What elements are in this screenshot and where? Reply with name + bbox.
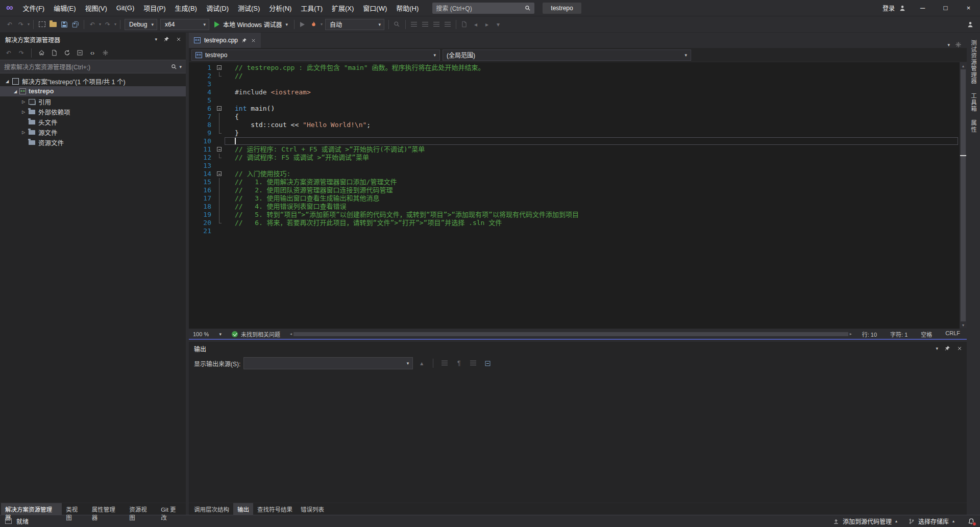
menu-item[interactable]: 窗口(W): [358, 0, 391, 16]
navigate-dropdown-icon[interactable]: ▾: [27, 22, 31, 27]
save-icon[interactable]: [59, 18, 70, 31]
tree-item[interactable]: ▷源文件: [0, 127, 186, 137]
active-files-chevron-icon[interactable]: ▾: [947, 42, 950, 47]
collapse-box-icon[interactable]: [217, 106, 222, 111]
tree-collapsed-arrow[interactable]: ▷: [19, 110, 28, 114]
code-lines[interactable]: 1// testrepo.cpp : 此文件包含 "main" 函数。程序执行将…: [189, 62, 960, 329]
collapse-box-icon[interactable]: [217, 65, 222, 70]
close-window-button[interactable]: ×: [957, 0, 980, 16]
pin-icon[interactable]: [241, 38, 247, 43]
undo-dropdown-icon[interactable]: ▾: [98, 22, 102, 27]
minimize-button[interactable]: ─: [911, 0, 934, 16]
autohide-tab[interactable]: 属性: [969, 120, 977, 133]
add-to-source-control-button[interactable]: 添加到源代码管理 ▴: [833, 517, 897, 525]
refresh-icon[interactable]: [61, 48, 72, 58]
menu-item[interactable]: 生成(B): [170, 0, 202, 16]
project-dropdown[interactable]: testrepo ▾: [191, 49, 440, 61]
redo-icon[interactable]: ↷: [102, 18, 113, 31]
uncomment-icon[interactable]: [420, 18, 431, 31]
home-icon[interactable]: [36, 48, 47, 58]
autohide-tab[interactable]: 工具箱: [969, 93, 977, 112]
save-all-icon[interactable]: [70, 18, 81, 31]
decrease-indent-icon[interactable]: [431, 18, 442, 31]
next-bookmark-icon[interactable]: ▸: [481, 18, 493, 31]
code-line[interactable]: 16// 2. 使用团队资源管理器窗口连接到源代码管理: [189, 186, 960, 194]
menu-item[interactable]: 分析(N): [264, 0, 296, 16]
menu-item[interactable]: 扩展(X): [327, 0, 358, 16]
menu-item[interactable]: Git(G): [112, 0, 139, 16]
tree-collapsed-arrow[interactable]: ▷: [19, 99, 28, 104]
editor-vertical-scrollbar[interactable]: ▴ ▾: [960, 62, 967, 329]
code-line[interactable]: 2//: [189, 72, 960, 80]
code-line[interactable]: 7{: [189, 113, 960, 121]
gear-icon[interactable]: [955, 41, 962, 48]
previous-bookmark-icon[interactable]: ◂: [470, 18, 481, 31]
tree-collapsed-arrow[interactable]: ▷: [19, 130, 28, 135]
scroll-right-icon[interactable]: ▸: [848, 332, 853, 336]
editor-horizontal-scrollbar[interactable]: ◂ ▸: [286, 329, 855, 339]
hscrollbar-track[interactable]: [293, 332, 848, 337]
send-feedback-icon[interactable]: [965, 18, 976, 31]
bottom-dock-tab[interactable]: 调用层次结构: [190, 503, 233, 515]
configuration-dropdown[interactable]: Debug ▾: [125, 19, 157, 30]
select-repository-button[interactable]: 选择存储库 ▴: [909, 517, 954, 525]
toggle-bookmark-icon[interactable]: [459, 18, 470, 31]
window-position-icon[interactable]: ▾: [155, 37, 157, 42]
code-line[interactable]: 21: [189, 227, 960, 235]
menu-item[interactable]: 项目(P): [139, 0, 170, 16]
properties-icon[interactable]: [100, 48, 111, 58]
menu-item[interactable]: 文件(F): [18, 0, 50, 16]
bottom-dock-tab[interactable]: 查找符号结果: [253, 503, 297, 515]
code-line[interactable]: 1// testrepo.cpp : 此文件包含 "main" 函数。程序执行将…: [189, 64, 960, 72]
eol-indicator[interactable]: CRLF: [939, 330, 967, 338]
tree-item[interactable]: ▷外部依赖项: [0, 107, 186, 117]
char-indicator[interactable]: 字符: 1: [884, 330, 914, 338]
code-line[interactable]: 9}: [189, 129, 960, 137]
code-line[interactable]: 15// 1. 使用解决方案资源管理器窗口添加/管理文件: [189, 178, 960, 186]
scrollbar-thumb[interactable]: [961, 69, 966, 321]
sign-in-button[interactable]: 登录: [879, 4, 898, 12]
close-icon[interactable]: [176, 36, 182, 42]
close-tab-icon[interactable]: [251, 38, 256, 43]
clear-all-icon[interactable]: [439, 358, 450, 369]
hot-reload-dropdown-icon[interactable]: ▾: [320, 22, 324, 27]
document-health-indicator[interactable]: 未找到相关问题: [226, 330, 286, 338]
tree-expanded-arrow[interactable]: ◢: [11, 89, 19, 94]
line-indicator[interactable]: 行: 10: [855, 330, 884, 338]
navigate-back-icon[interactable]: ↶: [4, 18, 15, 31]
view-code-icon[interactable]: ‹›: [87, 48, 98, 58]
code-line[interactable]: 13: [189, 162, 960, 170]
scrollbar-track[interactable]: [960, 69, 967, 321]
word-wrap-icon[interactable]: ¶: [453, 358, 464, 369]
spaces-indicator[interactable]: 空格: [914, 330, 939, 338]
left-dock-tab[interactable]: 属性管理器: [88, 503, 125, 515]
collapse-box-icon[interactable]: [217, 171, 222, 176]
toggle-autoscroll-icon[interactable]: [468, 358, 479, 369]
notifications-bell-icon[interactable]: [968, 518, 975, 525]
quick-search-box[interactable]: 搜索 (Ctrl+Q): [432, 3, 534, 14]
search-options-icon[interactable]: ▾: [179, 64, 182, 69]
scroll-up-icon[interactable]: ▴: [962, 62, 964, 69]
scope-dropdown[interactable]: (全局范围) ▾: [443, 49, 691, 61]
code-line[interactable]: 20// 6. 将来，若要再次打开此项目，请转到“文件”>“打开”>“项目”并选…: [189, 219, 960, 227]
document-tab[interactable]: testrepo.cpp: [189, 33, 261, 48]
code-line[interactable]: 5: [189, 96, 960, 105]
autohide-tab[interactable]: 测试资源管理器: [969, 40, 977, 85]
menu-item[interactable]: 帮助(H): [391, 0, 423, 16]
code-line[interactable]: 14// 入门使用技巧:: [189, 170, 960, 178]
auto-dropdown[interactable]: 自动 ▾: [325, 19, 384, 30]
new-project-icon[interactable]: [36, 18, 47, 31]
code-line[interactable]: 12// 调试程序: F5 或调试 >“开始调试”菜单: [189, 154, 960, 162]
code-line[interactable]: 3: [189, 80, 960, 88]
left-dock-tab[interactable]: 类视图: [62, 503, 87, 515]
code-line[interactable]: 19// 5. 转到“项目”>“添加新项”以创建新的代码文件，或转到“项目”>“…: [189, 211, 960, 219]
output-content[interactable]: [189, 371, 967, 503]
increase-indent-icon[interactable]: [442, 18, 453, 31]
explorer-forward-icon[interactable]: ↷: [16, 48, 27, 58]
menu-item[interactable]: 编辑(E): [49, 0, 80, 16]
window-position-icon[interactable]: ▾: [936, 346, 938, 351]
hscrollbar-thumb[interactable]: [293, 332, 848, 336]
collapse-box-icon[interactable]: [217, 147, 222, 152]
scroll-down-icon[interactable]: ▾: [962, 321, 964, 329]
code-line[interactable]: 6int main(): [189, 105, 960, 113]
